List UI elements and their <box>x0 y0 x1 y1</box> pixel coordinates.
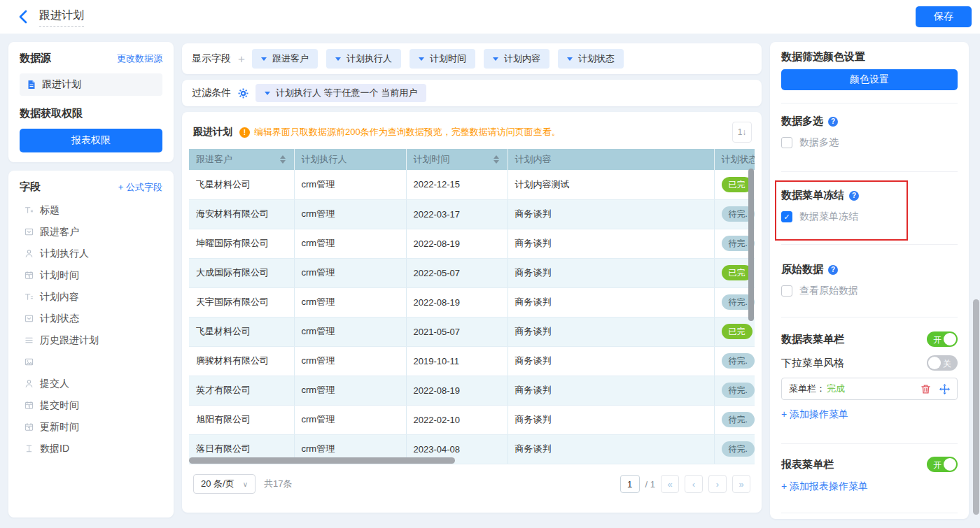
first-page-button[interactable]: « <box>661 475 679 493</box>
field-item[interactable] <box>20 351 162 373</box>
column-header: 跟进客户 <box>189 149 294 170</box>
sort-icon[interactable] <box>280 155 287 164</box>
chevron-down-icon <box>567 57 573 61</box>
multiselect-checkbox[interactable] <box>781 137 792 148</box>
table-cell: 2022-12-15 <box>406 170 507 199</box>
table-vertical-scrollbar[interactable] <box>748 169 754 321</box>
table-row[interactable]: 旭阳有限公司crm管理2022-02-10商务谈判待完. <box>189 405 755 434</box>
raw-data-checkbox[interactable] <box>781 285 792 297</box>
display-fields-card: 显示字段 + 跟进客户计划执行人计划时间计划内容计划状态 <box>182 43 762 74</box>
column-header: 计划时间 <box>406 149 507 170</box>
table-row[interactable]: 海安材料有限公司crm管理2022-03-17商务谈判待完. <box>189 199 755 229</box>
table-title: 跟进计划 <box>193 126 232 138</box>
prev-page-button[interactable]: ‹ <box>685 475 703 493</box>
help-icon[interactable]: ? <box>828 117 838 127</box>
table-row[interactable]: 飞星材料公司crm管理2021-05-07商务谈判已完 <box>189 317 755 346</box>
page-scrollbar[interactable] <box>973 299 979 515</box>
add-action-menu-link[interactable]: + 添加操作菜单 <box>781 408 958 421</box>
left-sidebar: 数据源 更改数据源 跟进计划 数据获取权限 报表权限 字段 + 公式字段 标题跟… <box>8 42 174 518</box>
table-row[interactable]: 天宇国际有限公司crm管理2022-08-19商务谈判待完. <box>189 287 755 317</box>
last-page-button[interactable]: » <box>732 475 750 493</box>
add-display-field-button[interactable]: + <box>238 53 245 65</box>
display-field-chip[interactable]: 跟进客户 <box>252 49 318 69</box>
datasource-item[interactable]: 跟进计划 <box>20 73 162 96</box>
default-sort-button[interactable]: 1↓ <box>732 122 752 143</box>
change-datasource-link[interactable]: 更改数据源 <box>117 52 162 65</box>
field-item[interactable]: 提交人 <box>20 373 162 394</box>
table-cell: crm管理 <box>294 346 406 376</box>
back-icon[interactable] <box>18 9 32 24</box>
field-item[interactable]: 计划时间 <box>20 264 162 286</box>
filter-label: 过滤条件 <box>192 87 231 99</box>
field-list: 标题跟进客户计划执行人计划时间计划内容计划状态历史跟进计划提交人提交时间更新时间… <box>20 199 162 459</box>
chevron-down-icon <box>265 92 270 95</box>
table-cell: 天宇国际有限公司 <box>189 287 294 317</box>
chevron-down-icon <box>335 57 341 61</box>
status-badge: 待完. <box>722 412 755 427</box>
page-size-value: 20 条/页 <box>201 478 234 490</box>
sort-icon[interactable] <box>493 155 500 164</box>
display-field-chip[interactable]: 计划执行人 <box>326 49 401 69</box>
freeze-title: 数据菜单冻结 ? <box>781 189 958 202</box>
page-size-select[interactable]: 20 条/页 ∨ <box>193 474 255 494</box>
table-row[interactable]: 英才有限公司crm管理2022-08-19商务谈判待完. <box>189 376 755 405</box>
gear-icon[interactable] <box>238 88 248 99</box>
table-body: 飞星材料公司crm管理2022-12-15计划内容测试已完海安材料有限公司crm… <box>189 170 755 464</box>
table-row[interactable]: 飞星材料公司crm管理2022-12-15计划内容测试已完 <box>189 170 755 199</box>
table-row[interactable]: 大成国际有限公司crm管理2022-05-07商务谈判已完 <box>189 258 755 287</box>
field-item[interactable]: 计划执行人 <box>20 243 162 264</box>
table-row[interactable]: 腾骏材料有限公司crm管理2019-10-11商务谈判待完. <box>189 346 755 376</box>
table-cell: 商务谈判 <box>507 287 714 317</box>
table-horizontal-scrollbar[interactable] <box>189 457 455 464</box>
add-report-action-menu-link[interactable]: + 添加报表操作菜单 <box>781 480 958 493</box>
status-badge: 待完. <box>722 441 755 457</box>
field-item[interactable]: 更新时间 <box>20 416 162 438</box>
table-cell: 旭阳有限公司 <box>189 405 294 434</box>
filter-condition-chip[interactable]: 计划执行人 等于任意一个 当前用户 <box>255 84 426 102</box>
preview-table: 跟进客户计划执行人计划时间计划内容计划状态 飞星材料公司crm管理2022-12… <box>189 149 755 464</box>
chevron-down-icon: ∨ <box>243 480 248 488</box>
field-label: 计划时间 <box>40 269 79 282</box>
field-item[interactable]: 数据ID <box>20 438 162 459</box>
display-field-chip[interactable]: 计划时间 <box>410 49 475 69</box>
field-item[interactable]: 提交时间 <box>20 394 162 416</box>
display-field-chip[interactable]: 计划状态 <box>558 49 624 69</box>
status-cell: 已完 <box>714 317 755 346</box>
field-item[interactable]: 历史跟进计划 <box>20 329 162 351</box>
filter-card: 过滤条件 计划执行人 等于任意一个 当前用户 <box>182 80 762 106</box>
chevron-down-icon <box>261 57 267 61</box>
table-cell: crm管理 <box>294 317 406 346</box>
next-page-button[interactable]: › <box>708 475 727 493</box>
list-icon <box>24 336 34 345</box>
table-wrap: 跟进客户计划执行人计划时间计划内容计划状态 飞星材料公司crm管理2022-12… <box>189 149 755 464</box>
field-item[interactable]: 跟进客户 <box>20 221 162 243</box>
status-badge: 已完 <box>722 177 752 192</box>
report-menu-toggle[interactable]: 开 <box>927 457 958 472</box>
table-cell: 2022-08-19 <box>406 376 507 405</box>
field-item[interactable]: 计划状态 <box>20 308 162 329</box>
color-settings-button[interactable]: 颜色设置 <box>781 69 958 90</box>
menu-bar-item[interactable]: 菜单栏： 完成 <box>781 378 958 400</box>
divider <box>781 443 958 444</box>
field-label: 提交时间 <box>40 399 79 412</box>
report-permission-button[interactable]: 报表权限 <box>20 129 162 152</box>
delete-icon[interactable] <box>920 384 931 394</box>
save-button[interactable]: 保存 <box>916 6 972 27</box>
help-icon[interactable]: ? <box>828 265 838 275</box>
field-label: 计划内容 <box>40 291 79 304</box>
table-cell: 英才有限公司 <box>189 376 294 405</box>
table-menu-toggle[interactable]: 开 <box>927 331 958 347</box>
freeze-checkbox[interactable] <box>781 211 792 222</box>
warning-text: 编辑界面只取数据源前200条作为查询数据预览，完整数据请访问页面查看。 <box>254 126 561 138</box>
page-input[interactable] <box>620 475 640 493</box>
move-icon[interactable] <box>939 384 950 394</box>
field-item[interactable]: 标题 <box>20 199 162 221</box>
table-row[interactable]: 坤曜国际有限公司crm管理2022-08-19商务谈判待完. <box>189 229 755 258</box>
display-field-chip[interactable]: 计划内容 <box>484 49 550 69</box>
field-item[interactable]: 计划内容 <box>20 286 162 308</box>
page-title[interactable]: 跟进计划 <box>39 8 84 27</box>
dropdown-style-toggle[interactable]: 关 <box>927 355 958 371</box>
multiselect-title: 数据多选 ? <box>781 115 958 128</box>
add-formula-field-link[interactable]: + 公式字段 <box>118 181 162 194</box>
help-icon[interactable]: ? <box>849 191 859 201</box>
